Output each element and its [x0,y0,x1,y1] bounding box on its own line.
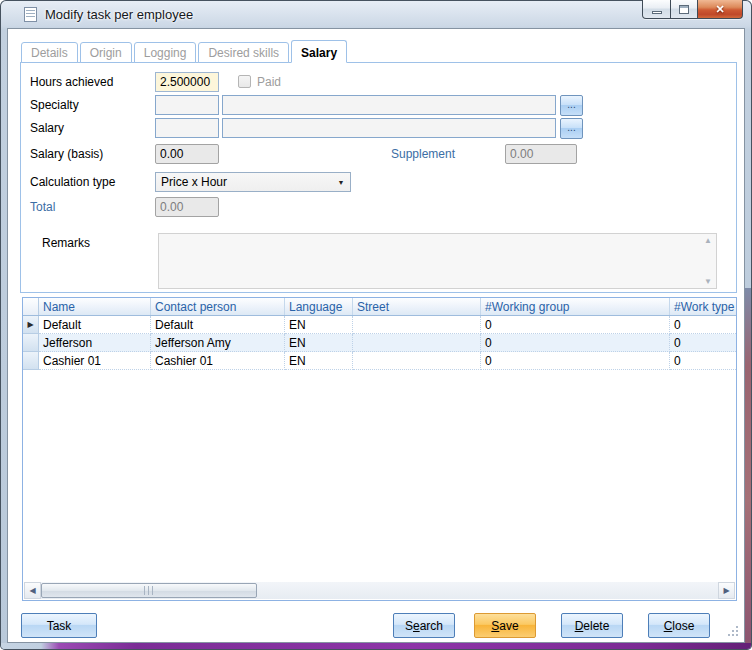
chevron-down-icon[interactable]: ▼ [332,179,350,186]
tab-details[interactable]: Details [21,42,78,63]
specialty-browse-button[interactable]: ... [560,95,583,116]
window-frame-edge [745,288,751,643]
scroll-right-icon[interactable]: ▶ [718,582,735,599]
salary-code-input[interactable] [155,118,219,138]
window-title: Modify task per employee [45,7,193,22]
close-button[interactable]: Close [648,613,710,638]
title-bar[interactable]: Modify task per employee [0,0,752,28]
column-header-work-type[interactable]: #Work type [670,298,736,315]
scrollbar-track[interactable] [41,582,718,599]
column-header-name[interactable]: Name [39,298,151,315]
window-frame-bottom [1,643,751,649]
minimize-icon [652,11,662,14]
tab-salary[interactable]: Salary [291,40,347,63]
total-input [155,197,219,217]
cell-contact-person[interactable]: Cashier 01 [151,352,285,370]
remarks-label: Remarks [42,236,90,250]
paid-checkbox[interactable] [238,75,251,88]
cell-name[interactable]: Cashier 01 [39,352,151,370]
column-header-working-group[interactable]: #Working group [481,298,670,315]
cell-language[interactable]: EN [285,316,353,334]
cell-working-group[interactable]: 0 [481,334,670,352]
maximize-icon [679,5,689,14]
delete-button[interactable]: Delete [561,613,623,638]
total-label: Total [30,200,55,214]
tab-desired-skills[interactable]: Desired skills [198,42,289,63]
salary-label: Salary [30,121,64,135]
dialog-body: Details Origin Logging Desired skills Sa… [7,28,745,643]
task-button[interactable]: Task [21,613,97,638]
scroll-left-icon[interactable]: ◀ [24,582,41,599]
calculation-type-select[interactable]: Price x Hour ▼ [155,172,351,192]
table-row[interactable]: ▶ Default Default EN 0 0 [23,316,736,334]
cell-contact-person[interactable]: Default [151,316,285,334]
grid-selector-header [23,298,39,315]
app-icon [24,7,37,22]
cell-work-type[interactable]: 0 [670,334,736,352]
calculation-type-label: Calculation type [30,175,115,189]
search-button[interactable]: Search [393,613,455,638]
minimize-button[interactable] [642,0,671,19]
row-selector-cell[interactable] [23,352,39,370]
salary-browse-button[interactable]: ... [560,118,583,139]
table-row[interactable]: Cashier 01 Cashier 01 EN 0 0 [23,352,736,370]
tab-strip: Details Origin Logging Desired skills Sa… [21,40,349,63]
tab-logging[interactable]: Logging [134,42,197,63]
row-selector-cell[interactable] [23,334,39,352]
maximize-button[interactable] [671,0,698,19]
salary-basis-label: Salary (basis) [30,147,103,161]
close-window-button[interactable]: ✕ [698,0,743,19]
close-icon: ✕ [715,3,724,16]
cell-contact-person[interactable]: Jefferson Amy [151,334,285,352]
cell-street[interactable] [353,334,481,352]
column-header-street[interactable]: Street [353,298,481,315]
supplement-input [505,144,577,164]
row-selector-cell[interactable]: ▶ [23,316,39,334]
remarks-textarea[interactable] [158,233,717,289]
horizontal-scrollbar[interactable]: ◀ ▶ [24,582,735,599]
cell-name[interactable]: Jefferson [39,334,151,352]
cell-working-group[interactable]: 0 [481,352,670,370]
row-selector-arrow-icon: ▶ [27,320,33,329]
cell-name[interactable]: Default [39,316,151,334]
scrollbar-thumb[interactable] [41,583,257,598]
cell-work-type[interactable]: 0 [670,352,736,370]
dialog-window: Modify task per employee ✕ Details Origi… [0,0,752,650]
cell-street[interactable] [353,352,481,370]
hours-achieved-input[interactable] [155,72,219,92]
tab-origin[interactable]: Origin [80,42,132,63]
employees-grid: Name Contact person Language Street #Wor… [22,297,737,601]
salary-basis-input[interactable] [155,144,219,164]
specialty-label: Specialty [30,98,79,112]
cell-work-type[interactable]: 0 [670,316,736,334]
grid-header-row: Name Contact person Language Street #Wor… [23,298,736,316]
scroll-down-icon[interactable]: ▼ [704,277,712,286]
table-row[interactable]: Jefferson Jefferson Amy EN 0 0 [23,334,736,352]
window-controls: ✕ [642,0,743,19]
specialty-code-input[interactable] [155,95,219,115]
scrollbar-grip-icon [144,586,155,595]
paid-label: Paid [257,75,281,89]
specialty-name-input[interactable] [222,95,556,115]
save-button[interactable]: Save [474,613,536,638]
cell-street[interactable] [353,316,481,334]
hours-achieved-label: Hours achieved [30,75,113,89]
column-header-contact-person[interactable]: Contact person [151,298,285,315]
cell-language[interactable]: EN [285,352,353,370]
resize-grip-icon[interactable] [736,634,738,636]
cell-working-group[interactable]: 0 [481,316,670,334]
calculation-type-value: Price x Hour [156,175,332,189]
column-header-language[interactable]: Language [285,298,353,315]
supplement-label: Supplement [391,147,455,161]
cell-language[interactable]: EN [285,334,353,352]
scroll-up-icon[interactable]: ▲ [704,236,712,245]
salary-name-input[interactable] [222,118,556,138]
